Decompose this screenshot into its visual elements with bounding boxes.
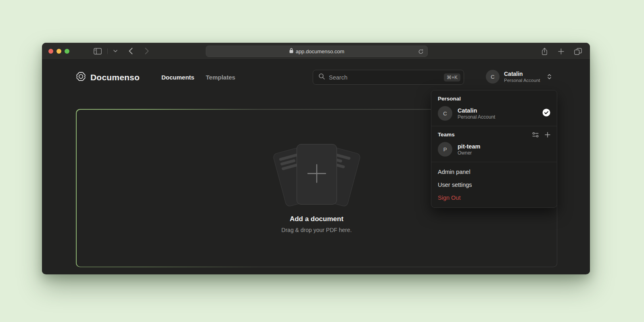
back-button[interactable] xyxy=(128,47,134,55)
personal-account-subtitle: Personal Account xyxy=(458,114,537,120)
address-url: app.documenso.com xyxy=(296,48,345,54)
teams-heading: Teams xyxy=(438,132,526,138)
check-circle-icon xyxy=(542,109,550,118)
chevron-up-down-icon xyxy=(547,73,552,80)
personal-account-name: Catalin xyxy=(458,107,537,114)
menu-item-sign-out[interactable]: Sign Out xyxy=(431,191,557,204)
account-subtitle: Personal Account xyxy=(504,77,540,83)
plus-icon xyxy=(306,163,328,186)
document-stack-illustration xyxy=(268,143,365,209)
minimize-window-button[interactable] xyxy=(56,49,61,54)
account-dropdown-menu: Personal C Catalin Personal Account xyxy=(431,90,557,208)
dropzone-subtitle: Drag & drop your PDF here. xyxy=(281,227,351,233)
sidebar-toggle-icon[interactable] xyxy=(93,47,102,55)
document-card-center xyxy=(297,144,337,205)
search-icon xyxy=(318,73,325,82)
forward-button[interactable] xyxy=(144,47,150,55)
close-window-button[interactable] xyxy=(48,49,53,54)
window-controls xyxy=(42,49,69,54)
browser-titlebar: app.documenso.com xyxy=(42,43,590,60)
team-name: pit-team xyxy=(458,143,550,150)
lock-icon xyxy=(289,48,293,55)
team-role: Owner xyxy=(458,150,550,156)
address-bar[interactable]: app.documenso.com xyxy=(206,46,428,57)
new-tab-icon[interactable] xyxy=(557,48,565,55)
manage-teams-icon[interactable] xyxy=(532,132,539,138)
app-content: Documenso Documents Templates ⌘+K C Cata… xyxy=(42,60,590,274)
add-team-icon[interactable] xyxy=(545,132,550,138)
nav-documents[interactable]: Documents xyxy=(161,74,194,81)
browser-window: app.documenso.com xyxy=(42,43,590,274)
dropzone-title: Add a document xyxy=(290,215,343,223)
menu-item-admin-panel[interactable]: Admin panel xyxy=(431,165,557,178)
account-menu-button[interactable]: C Catalin Personal Account xyxy=(486,70,552,84)
avatar: C xyxy=(486,70,500,84)
account-name: Catalin xyxy=(504,71,540,77)
brand-name: Documenso xyxy=(90,73,140,82)
desktop: app.documenso.com xyxy=(0,0,644,322)
menu-item-user-settings[interactable]: User settings xyxy=(431,178,557,191)
avatar: C xyxy=(438,106,452,121)
toolbar-separator xyxy=(107,48,108,54)
sidebar-chevron-down-icon[interactable] xyxy=(113,49,118,53)
search-input[interactable] xyxy=(329,74,440,81)
documenso-logo-icon xyxy=(76,71,86,83)
personal-account-item[interactable]: C Catalin Personal Account xyxy=(438,106,550,121)
search-shortcut-badge: ⌘+K xyxy=(444,73,460,82)
team-item[interactable]: P pit-team Owner xyxy=(438,142,550,157)
zoom-window-button[interactable] xyxy=(65,49,69,54)
share-icon[interactable] xyxy=(540,46,549,56)
tab-overview-icon[interactable] xyxy=(573,47,583,56)
search-bar[interactable]: ⌘+K xyxy=(313,70,464,85)
personal-heading: Personal xyxy=(438,96,550,102)
nav-templates[interactable]: Templates xyxy=(206,74,235,81)
reload-icon[interactable] xyxy=(418,49,424,56)
team-avatar: P xyxy=(438,142,452,157)
brand[interactable]: Documenso xyxy=(76,71,140,83)
